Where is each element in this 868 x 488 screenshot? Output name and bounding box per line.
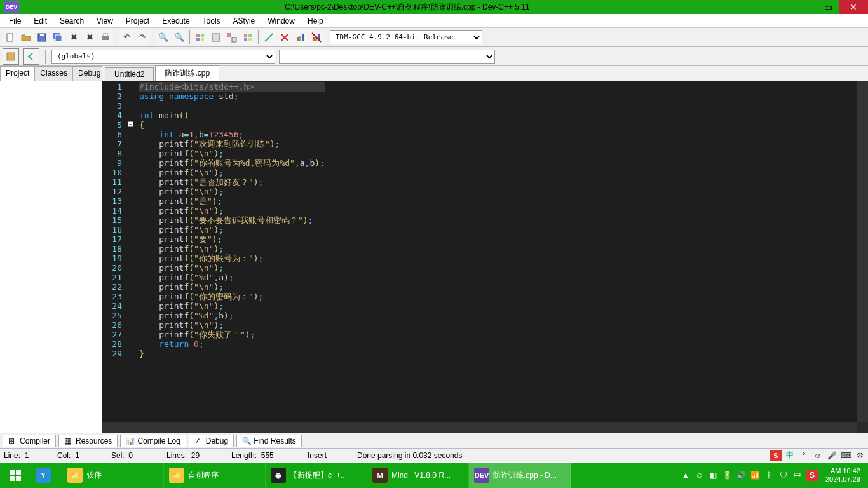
save-all-button[interactable] xyxy=(50,30,65,45)
sidebar-tab-classes[interactable]: Classes xyxy=(34,66,73,81)
kbd-icon[interactable]: ⌨ xyxy=(840,450,851,461)
svg-rect-26 xyxy=(16,470,21,475)
vertical-scrollbar[interactable] xyxy=(857,81,868,422)
svg-rect-18 xyxy=(297,37,299,41)
class-select[interactable] xyxy=(279,50,495,64)
mic-icon[interactable]: 🎤 xyxy=(826,450,837,461)
redo-button[interactable]: ↷ xyxy=(135,30,150,45)
taskbar-clock[interactable]: AM 10:42 2024.07.29 xyxy=(822,467,864,484)
svg-rect-5 xyxy=(102,36,109,40)
app-icon: DEV xyxy=(4,1,19,13)
editor-tab[interactable]: 防诈训练.cpp xyxy=(155,65,219,81)
find-button[interactable]: 🔍 xyxy=(156,30,171,45)
goto-func-button[interactable] xyxy=(3,48,19,65)
debug-button[interactable] xyxy=(261,30,276,45)
svg-rect-6 xyxy=(104,34,107,36)
minimize-button[interactable]: — xyxy=(796,0,817,14)
save-button[interactable] xyxy=(34,30,50,45)
tray-app1-icon[interactable]: ☺ xyxy=(695,470,705,480)
tray-speaker-icon[interactable]: 🔊 xyxy=(736,470,747,480)
bottom-tab-compiler[interactable]: ⊞Compiler xyxy=(3,435,56,447)
new-file-button[interactable] xyxy=(3,30,18,45)
svg-rect-8 xyxy=(201,34,204,37)
tray-shield-icon[interactable]: 🛡 xyxy=(778,470,789,480)
menu-help[interactable]: Help xyxy=(301,15,330,27)
close-all-button[interactable]: ✖ xyxy=(82,30,97,45)
editor-tab[interactable]: Untitled2 xyxy=(105,67,154,81)
bottom-tab-resources[interactable]: ▦Resources xyxy=(58,435,118,447)
start-button[interactable] xyxy=(0,463,31,488)
horizontal-scrollbar[interactable] xyxy=(102,422,857,433)
sidebar-tab-debug[interactable]: Debug xyxy=(72,66,106,81)
replace-button[interactable]: 🔍 xyxy=(172,30,187,45)
taskbar-item[interactable]: 📁软件 xyxy=(62,463,164,488)
editor-tabs: Untitled2防诈训练.cpp xyxy=(102,66,868,81)
svg-rect-24 xyxy=(7,53,15,60)
menu-file[interactable]: File xyxy=(3,15,27,27)
lang-icon[interactable]: 中 xyxy=(784,450,796,461)
sidebar: ProjectClassesDebug xyxy=(0,66,102,433)
tray-s-icon[interactable]: S xyxy=(806,470,818,481)
main-toolbar: ✖ ✖ ↶ ↷ 🔍 🔍 TDM-GCC 4.9.2 64-bit Release xyxy=(0,28,868,47)
taskbar-item[interactable]: Y xyxy=(31,463,62,488)
taskbar-item[interactable]: DEV防诈训练.cpp - D... xyxy=(469,463,571,488)
scope-toolbar: (globals) xyxy=(0,47,868,66)
menu-project[interactable]: Project xyxy=(119,15,156,27)
bottom-tab-compile-log[interactable]: 📊Compile Log xyxy=(120,435,186,447)
menu-execute[interactable]: Execute xyxy=(156,15,196,27)
taskbar-item[interactable]: MMind+ V1.8.0 R... xyxy=(367,463,469,488)
compile-run-button[interactable] xyxy=(224,30,240,45)
svg-rect-25 xyxy=(10,470,15,475)
line-gutter: 1234567891011121314151617181920212223242… xyxy=(102,81,126,433)
compiler-select[interactable]: TDM-GCC 4.9.2 64-bit Release xyxy=(330,30,482,44)
svg-rect-14 xyxy=(244,34,247,37)
menu-view[interactable]: View xyxy=(90,15,119,27)
profile-button[interactable] xyxy=(293,30,308,45)
title-bar: DEV C:\Users\pc-2\Desktop\DEV-C++\自创程序\防… xyxy=(0,0,868,14)
back-button[interactable] xyxy=(23,48,39,65)
stop-button[interactable] xyxy=(277,30,292,45)
open-button[interactable] xyxy=(18,30,34,45)
taskbar-item[interactable]: 📁自创程序 xyxy=(164,463,266,488)
scroll-corner xyxy=(857,422,868,433)
svg-rect-19 xyxy=(299,36,301,41)
close-button[interactable]: ✕ xyxy=(839,0,868,14)
tray-app2-icon[interactable]: ◧ xyxy=(709,470,719,480)
punct-icon[interactable]: ° xyxy=(798,450,810,461)
tray-network-icon[interactable]: 📶 xyxy=(750,470,761,480)
bottom-tab-find-results[interactable]: 🔍Find Results xyxy=(236,435,302,447)
menu-search[interactable]: Search xyxy=(53,15,90,27)
undo-button[interactable]: ↶ xyxy=(119,30,134,45)
svg-rect-21 xyxy=(313,37,315,41)
bottom-tab-debug[interactable]: ✓Debug xyxy=(189,435,234,447)
menu-edit[interactable]: Edit xyxy=(27,15,53,27)
ime-icon[interactable]: S xyxy=(770,450,782,461)
compile-button[interactable] xyxy=(193,30,208,45)
tray-ime-icon[interactable]: 中 xyxy=(792,470,803,480)
delete-profile-button[interactable] xyxy=(309,30,324,45)
sidebar-tab-project[interactable]: Project xyxy=(0,66,35,81)
status-line: Line: 1 xyxy=(0,451,32,460)
maximize-button[interactable]: ▭ xyxy=(817,0,839,14)
tray-bt-icon[interactable]: ᛒ xyxy=(764,470,775,480)
print-button[interactable] xyxy=(98,30,113,45)
scope-select[interactable]: (globals) xyxy=(51,50,275,64)
code-lines[interactable]: #include<bits/stdc++.h>using namespace s… xyxy=(135,81,325,433)
window-title: C:\Users\pc-2\Desktop\DEV-C++\自创程序\防诈训练.… xyxy=(19,2,796,13)
close-file-button[interactable]: ✖ xyxy=(66,30,81,45)
gear-icon[interactable]: ⚙ xyxy=(854,450,865,461)
rebuild-button[interactable] xyxy=(240,30,255,45)
sidebar-body xyxy=(0,81,102,433)
tray-up-icon[interactable]: ▲ xyxy=(681,470,691,480)
menu-tools[interactable]: Tools xyxy=(196,15,227,27)
svg-rect-13 xyxy=(232,37,236,42)
status-lines: Lines: 29 xyxy=(166,451,200,460)
taskbar-item[interactable]: ◉【新提醒】c++... xyxy=(266,463,367,488)
tray-battery-icon[interactable]: 🔋 xyxy=(722,470,733,480)
svg-rect-27 xyxy=(10,476,15,481)
emoji-icon[interactable]: ☺ xyxy=(812,450,824,461)
menu-window[interactable]: Window xyxy=(261,15,301,27)
code-editor[interactable]: 1234567891011121314151617181920212223242… xyxy=(102,81,868,433)
menu-astyle[interactable]: AStyle xyxy=(227,15,262,27)
run-button[interactable] xyxy=(208,30,224,45)
